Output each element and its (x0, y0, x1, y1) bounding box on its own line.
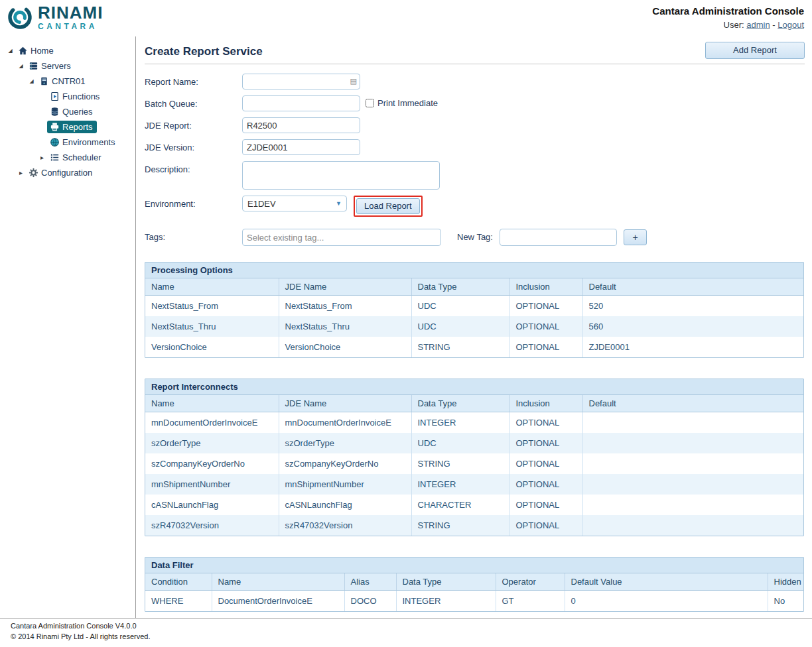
footer-copyright: © 2014 Rinami Pty Ltd - All rights reser… (11, 632, 801, 642)
main-panel: Create Report Service Add Report Report … (136, 36, 812, 618)
sidebar-item-environments[interactable]: Environments (47, 136, 119, 148)
logout-link[interactable]: Logout (778, 20, 804, 30)
column-header: Data Type (396, 573, 496, 591)
rinami-cantara-logo: RINAMI CANTARA (7, 4, 103, 30)
column-header: Data Type (411, 278, 509, 296)
expand-arrow-icon[interactable]: ◢ (5, 48, 15, 54)
jde-version-label: JDE Version: (145, 139, 242, 152)
table-row: szOrderTypeszOrderTypeUDCOPTIONAL (145, 433, 803, 453)
report-interconnects-table: Report Interconnects NameJDE NameData Ty… (145, 379, 804, 536)
load-report-highlight: Load Report (354, 196, 423, 217)
home-icon (18, 46, 28, 56)
expand-arrow-icon[interactable]: ◢ (27, 78, 36, 84)
table-cell: szR47032Version (145, 515, 279, 536)
gear-icon (29, 168, 38, 178)
sidebar-item-queries[interactable]: Queries (47, 105, 97, 118)
table-cell: szOrderType (279, 433, 411, 453)
servers-icon (29, 61, 38, 71)
logo-text: RINAMI CANTARA (38, 4, 103, 30)
table-cell: WHERE (145, 591, 212, 612)
title-divider (145, 64, 805, 64)
sidebar-item-reports[interactable]: Reports (47, 121, 97, 133)
sidebar-item-label: Queries (62, 107, 93, 117)
description-textarea[interactable] (242, 161, 440, 190)
jde-report-input[interactable] (242, 117, 360, 133)
sidebar-item-scheduler[interactable]: Scheduler (47, 151, 105, 164)
add-tag-button[interactable]: + (624, 229, 647, 245)
printer-icon (50, 122, 60, 132)
expand-arrow-icon[interactable]: ◢ (16, 63, 26, 69)
sidebar-item-home[interactable]: Home (15, 44, 58, 57)
table-cell: cASNLaunchFlag (145, 495, 279, 515)
table-cell: OPTIONAL (509, 412, 582, 434)
table-header-row: NameJDE NameData TypeInclusionDefault (145, 278, 803, 296)
column-header: JDE Name (279, 278, 411, 296)
collapse-arrow-icon[interactable]: ▸ (37, 154, 47, 161)
sidebar-item-servers[interactable]: Servers (26, 60, 75, 72)
column-header: Default Value (565, 573, 768, 591)
sidebar-item-label: Servers (41, 61, 71, 71)
lookup-icon: ▤ (350, 77, 357, 86)
table-cell: szCompanyKeyOrderNo (145, 453, 279, 474)
table-cell: ZJDE0001 (582, 337, 803, 357)
table-cell: CHARACTER (411, 495, 509, 515)
collapse-arrow-icon[interactable]: ▸ (16, 169, 26, 176)
environment-row: Environment: E1DEV ▼ Load Report (145, 196, 805, 217)
jde-report-label: JDE Report: (145, 117, 242, 131)
user-separator: - (770, 20, 778, 30)
sidebar-item-cntr01[interactable]: CNTR01 (36, 75, 90, 88)
table-cell (582, 474, 803, 495)
table-cell (582, 495, 803, 515)
tree-row-queries: Queries (5, 104, 135, 119)
jde-report-row: JDE Report: (145, 117, 805, 133)
jde-version-input[interactable] (242, 139, 360, 155)
header-right: Cantara Administration Console User: adm… (652, 4, 804, 30)
function-icon (50, 91, 60, 101)
table-cell: INTEGER (411, 474, 509, 495)
user-link[interactable]: admin (746, 20, 770, 30)
column-header: JDE Name (279, 395, 411, 412)
globe-icon (50, 137, 60, 147)
table-row: mnShipmentNumbermnShipmentNumberINTEGERO… (145, 474, 803, 495)
description-row: Description: (145, 161, 805, 190)
new-tag-input[interactable] (500, 229, 617, 246)
print-immediate-checkbox[interactable] (366, 99, 374, 107)
sidebar-item-configuration[interactable]: Configuration (26, 166, 96, 179)
table-cell: 0 (565, 591, 768, 612)
sidebar-item-label: Environments (62, 137, 115, 147)
table-cell: DOCO (344, 591, 396, 612)
new-tag-label: New Tag: (457, 232, 493, 242)
tree-row-cntr01: ◢ CNTR01 (5, 74, 135, 89)
column-header: Condition (145, 573, 212, 591)
report-name-label: Report Name: (145, 74, 242, 87)
sidebar-item-functions[interactable]: Functions (47, 90, 103, 103)
table-row: NextStatus_FromNextStatus_FromUDCOPTIONA… (145, 296, 803, 317)
table-cell (582, 412, 803, 434)
environment-select[interactable]: E1DEV ▼ (242, 196, 347, 211)
load-report-button[interactable]: Load Report (356, 198, 420, 214)
add-report-button[interactable]: Add Report (705, 42, 805, 59)
description-label: Description: (145, 161, 242, 174)
report-name-input[interactable] (242, 74, 360, 89)
table-cell: mnShipmentNumber (145, 474, 279, 495)
table-cell: UDC (411, 433, 509, 453)
table-row: VersionChoiceVersionChoiceSTRINGOPTIONAL… (145, 337, 803, 357)
table-cell: STRING (411, 453, 509, 474)
table-title: Data Filter (145, 558, 803, 573)
table-row: WHEREDocumentOrderInvoiceEDOCOINTEGERGT0… (145, 591, 803, 612)
tags-input[interactable] (242, 229, 441, 246)
column-header: Data Type (411, 395, 509, 412)
column-header: Alias (344, 573, 396, 591)
batch-queue-input[interactable] (242, 95, 360, 111)
table-cell: INTEGER (396, 591, 496, 612)
sidebar-item-label: Reports (62, 122, 93, 132)
table-cell: OPTIONAL (509, 515, 582, 536)
table-row: mnDocumentOrderInvoiceEmnDocumentOrderIn… (145, 412, 803, 434)
tags-row: Tags: New Tag: + (145, 229, 805, 246)
table-cell: OPTIONAL (509, 296, 582, 317)
chevron-down-icon: ▼ (336, 200, 342, 207)
tree-row-configuration: ▸ Configuration (5, 165, 135, 180)
tree-row-scheduler: ▸ Scheduler (5, 150, 135, 165)
table-header-row: ConditionNameAliasData TypeOperatorDefau… (145, 573, 803, 591)
column-header: Name (212, 573, 344, 591)
